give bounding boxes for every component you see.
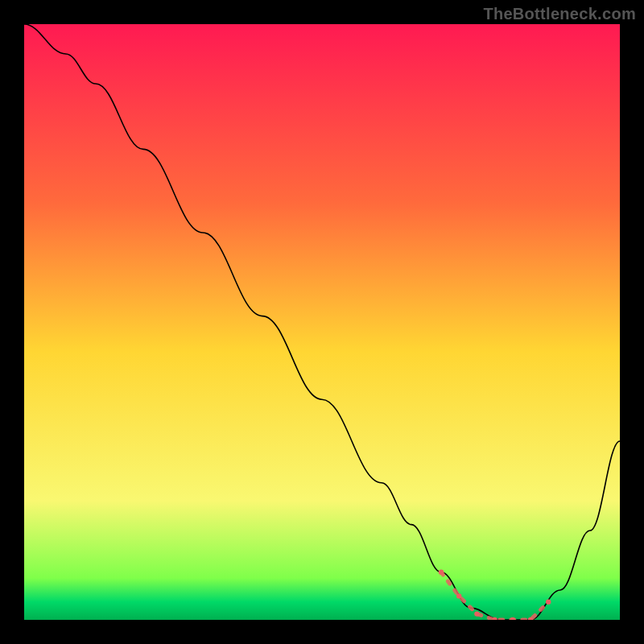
sweet-spot-dot [439,570,444,575]
sweet-spot-dot [456,593,461,598]
chart-root: TheBottleneck.com [0,0,644,644]
plot-area [24,24,620,620]
sweet-spot-dot [474,611,479,616]
watermark-text: TheBottleneck.com [483,5,636,23]
sweet-spot-dot [546,600,551,605]
gradient-background [24,24,620,620]
plot-svg [24,24,620,620]
